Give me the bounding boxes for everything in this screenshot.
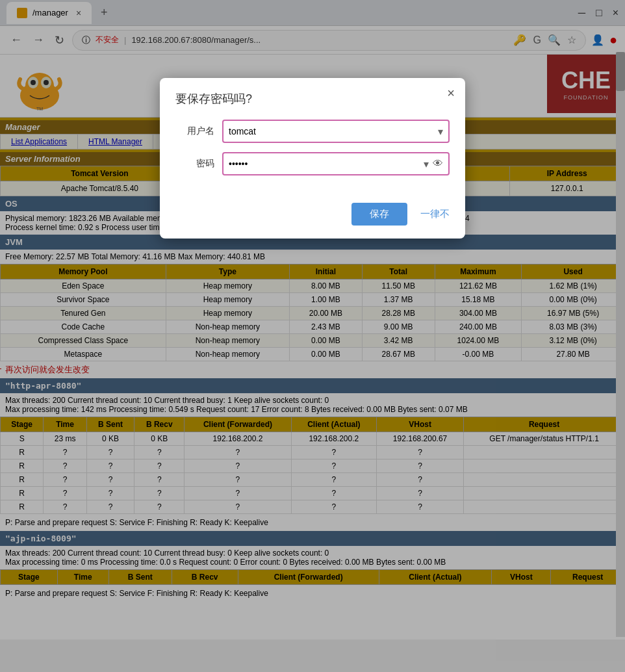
username-dropdown-icon[interactable]: ▾ xyxy=(438,125,443,138)
username-input-wrap: ▾ xyxy=(222,120,450,143)
save-password-button[interactable]: 保存 xyxy=(351,203,407,226)
never-save-button[interactable]: 一律不 xyxy=(420,208,450,220)
modal-title: 要保存密码吗? xyxy=(160,78,465,114)
password-dropdown-icon[interactable]: ▾ xyxy=(424,158,429,170)
save-password-modal: 要保存密码吗? × 用户名 ▾ 密码 ▾ 👁 保存 xyxy=(160,78,465,239)
username-label: 用户名 xyxy=(175,125,214,137)
modal-body: 用户名 ▾ 密码 ▾ 👁 xyxy=(160,114,465,198)
password-field-row: 密码 ▾ 👁 xyxy=(175,152,450,175)
modal-footer: 保存 一律不 xyxy=(160,198,465,239)
username-field-row: 用户名 ▾ xyxy=(175,120,450,143)
modal-overlay: 要保存密码吗? × 用户名 ▾ 密码 ▾ 👁 保存 xyxy=(0,0,625,672)
modal-close-button[interactable]: × xyxy=(447,86,455,101)
password-label: 密码 xyxy=(175,158,214,170)
password-input[interactable] xyxy=(229,159,424,169)
password-eye-icon[interactable]: 👁 xyxy=(433,158,443,170)
username-input[interactable] xyxy=(229,126,438,136)
password-input-wrap: ▾ 👁 xyxy=(222,152,450,175)
